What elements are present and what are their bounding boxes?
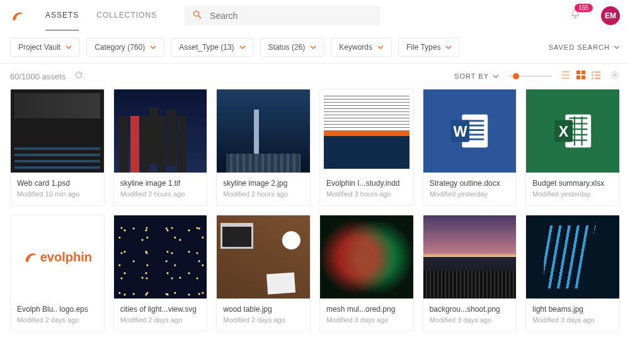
asset-meta: skyline image 2.jpgModified 2 hours ago [217,173,310,205]
filter-chip[interactable]: File Types [398,38,460,57]
asset-card[interactable]: cities of light...view.svgModified 2 day… [113,215,208,332]
svg-line-1 [198,16,201,18]
filter-label: Project Vault [18,43,60,52]
asset-card[interactable]: Evolphin I...study.inddModified 3 hours … [319,89,414,206]
tab-collections[interactable]: COLLECTIONS [96,1,157,31]
view-grid-button[interactable] [576,70,586,82]
svg-rect-8 [595,71,600,73]
asset-modified: Modified 10 min ago [17,190,98,198]
svg-text:X: X [559,123,569,140]
indesign-thumb [320,89,413,173]
search-icon [192,9,202,22]
beams-thumb [526,215,619,299]
chevron-down-icon [239,44,246,50]
asset-card[interactable]: skyline image 2.jpgModified 2 hours ago [216,89,311,206]
asset-meta: skyline image 1.tifModified 2 hours ago [114,173,207,205]
asset-filename: skyline image 2.jpg [223,179,304,188]
asset-meta: mesh mul...ored.pngModified 3 days ago [320,299,413,331]
svg-rect-9 [592,74,593,76]
filter-label: File Types [406,43,440,52]
asset-filename: Evolph Blu.. logo.eps [17,305,98,314]
skyline-thumb [114,89,207,173]
asset-filename: light beams.jpg [532,305,613,314]
brand-text: evolphin [40,250,92,264]
asset-modified: Modified 3 days ago [430,316,510,324]
svg-point-2 [575,16,576,18]
top-bar: ASSETS COLLECTIONS 165 EM [0,0,630,31]
chevron-down-icon [493,73,499,79]
filter-label: Asset_Type (13) [179,43,234,52]
asset-card[interactable]: evolphinEvolph Blu.. logo.epsModified 2 … [10,215,105,332]
asset-card[interactable]: light beams.jpgModified 3 days ago [525,215,620,332]
asset-meta: wood table.jpgModified 2 days ago [217,299,310,331]
asset-filename: mesh mul...ored.png [326,305,407,314]
asset-filename: Web card 1.psd [17,179,98,188]
asset-modified: Modified yesterday [430,190,510,198]
asset-filename: wood table.jpg [223,305,304,314]
svg-rect-12 [595,77,600,79]
nav-tabs: ASSETS COLLECTIONS [45,1,157,31]
asset-filename: Strategy outline.docx [430,179,510,188]
asset-filename: cities of light...view.svg [120,305,201,314]
notifications-button[interactable]: 165 [570,9,581,23]
asset-card[interactable]: XBudget summary.xlsxModified yesterday [525,89,620,206]
notification-badge: 165 [575,4,593,12]
search-input[interactable] [210,11,372,21]
tab-assets[interactable]: ASSETS [45,1,79,31]
view-detailed-list-button[interactable] [591,70,601,82]
asset-modified: Modified 2 hours ago [120,190,201,198]
asset-meta: backgrou...shoot.pngModified 3 days ago [423,299,517,331]
logo-thumb: evolphin [11,215,104,299]
thumbnail-size-slider[interactable] [508,76,552,77]
svg-text:W: W [454,123,467,140]
slider-knob-icon [513,73,519,79]
view-list-button[interactable] [561,70,571,82]
chevron-down-icon [150,44,156,50]
city-thumb [423,215,517,299]
user-avatar[interactable]: EM [601,6,620,25]
sort-by-label: SORT BY [454,72,489,80]
toolbar: 60/1000 assets SORT BY [0,64,630,89]
asset-card[interactable]: WStrategy outline.docxModified yesterday [423,89,517,206]
asset-modified: Modified 2 hours ago [223,190,304,198]
asset-filename: Budget summary.xlsx [532,179,613,188]
svg-rect-11 [592,77,593,79]
skyline-thumb [217,89,310,173]
asset-filename: backgrou...shoot.png [430,305,510,314]
asset-card[interactable]: skyline image 1.tifModified 2 hours ago [113,89,208,206]
svg-rect-10 [595,74,600,76]
refresh-button[interactable] [74,71,83,82]
sort-by-button[interactable]: SORT BY [454,72,499,80]
asset-meta: Evolph Blu.. logo.epsModified 2 days ago [11,299,104,331]
filter-chip[interactable]: Keywords [331,38,392,57]
asset-modified: Modified 2 days ago [120,316,201,324]
brand-logo-icon [10,8,25,23]
filter-chip[interactable]: Asset_Type (13) [171,38,253,57]
filter-label: Category (760) [94,43,145,52]
grid-icon [576,70,586,80]
asset-card[interactable]: mesh mul...ored.pngModified 3 days ago [319,215,414,332]
filter-chip[interactable]: Category (760) [86,38,164,57]
filter-label: Status (26) [268,43,306,52]
asset-count: 60/1000 assets [10,72,66,81]
svg-rect-4 [581,71,585,74]
desk-thumb [217,215,310,299]
asset-meta: cities of light...view.svgModified 2 day… [114,299,207,331]
asset-meta: Budget summary.xlsxModified yesterday [526,173,619,205]
filter-label: Keywords [339,43,372,52]
asset-card[interactable]: backgrou...shoot.pngModified 3 days ago [423,215,517,332]
asset-card[interactable]: wood table.jpgModified 2 days ago [216,215,311,332]
chevron-down-icon [614,44,620,50]
settings-button[interactable] [610,70,620,82]
asset-card[interactable]: Web card 1.psdModified 10 min ago [10,89,105,206]
asset-meta: light beams.jpgModified 3 days ago [526,299,619,331]
filter-chip[interactable]: Status (26) [260,38,325,57]
svg-rect-3 [576,71,580,74]
search-box[interactable] [185,6,380,26]
asset-meta: Evolphin I...study.inddModified 3 hours … [320,173,413,205]
filter-chip[interactable]: Project Vault [10,38,80,57]
saved-search-button[interactable]: SAVED SEARCH [549,43,620,51]
word-icon: W [423,89,517,173]
svg-rect-6 [581,76,585,79]
refresh-icon [74,71,83,79]
